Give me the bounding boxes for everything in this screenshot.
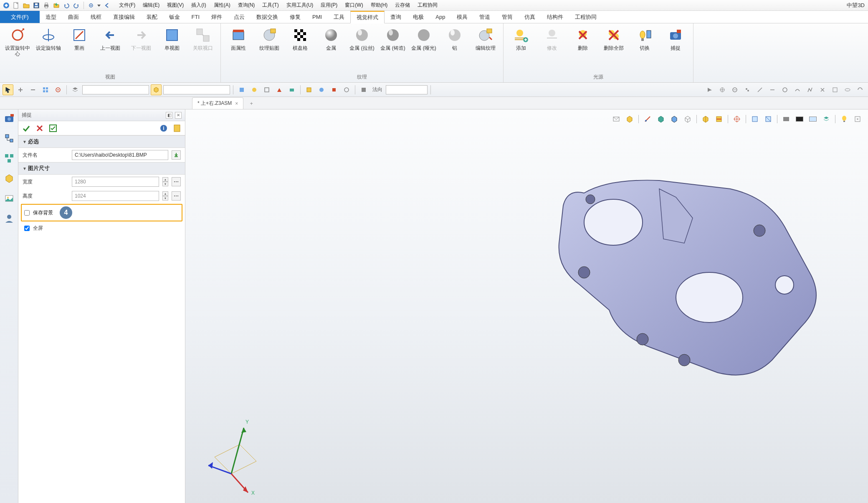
sketch-tool-icon[interactable] [792, 84, 803, 95]
sketch-tool-icon[interactable] [817, 84, 828, 95]
save-bg-checkbox[interactable] [24, 210, 30, 216]
ribbon-tab[interactable]: PMI [306, 11, 328, 23]
dropdown-icon[interactable] [96, 1, 101, 10]
sketch-tool-icon[interactable] [754, 84, 765, 95]
filename-input[interactable] [72, 150, 168, 160]
expand-icon[interactable] [172, 123, 182, 134]
tool-icon[interactable] [358, 84, 369, 95]
sidebar-capture-icon[interactable] [3, 112, 15, 124]
menu-util[interactable]: 实用工具(U) [283, 0, 317, 10]
metal-button[interactable]: 金属 [316, 25, 346, 73]
ribbon-tab[interactable]: App [430, 11, 451, 23]
vp-cube-icon[interactable] [669, 114, 680, 124]
tool-icon[interactable] [286, 84, 297, 95]
width-input[interactable] [72, 177, 159, 187]
menu-file[interactable]: 文件(F) [116, 0, 139, 10]
sidebar-assembly-icon[interactable] [3, 152, 15, 165]
tool-icon[interactable] [329, 84, 339, 95]
vp-cube-icon[interactable] [655, 114, 666, 124]
menu-query[interactable]: 查询(N) [235, 0, 258, 10]
new-icon[interactable] [12, 1, 21, 10]
set-rotation-axis-button[interactable]: 设定旋转轴 [33, 25, 63, 73]
tool-icon[interactable] [274, 84, 285, 95]
vp-layers-icon[interactable] [821, 114, 832, 124]
sidebar-image-icon[interactable] [3, 192, 15, 205]
vp-cube-icon[interactable] [700, 114, 711, 124]
sidebar-part-icon[interactable] [3, 172, 15, 185]
sidebar-user-icon[interactable] [3, 212, 15, 225]
light-modify-button[interactable]: 修改 [537, 25, 567, 73]
close-icon[interactable]: × [235, 101, 238, 107]
width-extra-icon[interactable]: ⋯ [172, 177, 181, 186]
cube-icon[interactable] [151, 84, 162, 95]
back-arrow-icon[interactable] [102, 1, 111, 10]
menu-edit[interactable]: 编辑(E) [139, 0, 163, 10]
menu-window[interactable]: 窗口(W) [342, 0, 366, 10]
height-input[interactable] [72, 191, 159, 201]
light-add-button[interactable]: 添加 [506, 25, 536, 73]
vp-bulb-icon[interactable] [839, 114, 850, 124]
ribbon-tab[interactable]: 工具 [328, 11, 350, 23]
ribbon-tab[interactable]: 数据交换 [251, 11, 284, 23]
import-icon[interactable] [52, 1, 61, 10]
ribbon-tab[interactable]: 模具 [451, 11, 473, 23]
ribbon-tab[interactable]: 焊件 [205, 11, 228, 23]
face-attr-button[interactable]: 面属性 [223, 25, 253, 73]
redo-icon[interactable] [72, 1, 81, 10]
ribbon-tab[interactable]: 查询 [385, 11, 407, 23]
vp-plane-icon[interactable] [749, 114, 760, 124]
menu-help[interactable]: 帮助(H) [367, 0, 391, 10]
browse-icon[interactable] [172, 150, 181, 160]
menu-insert[interactable]: 插入(I) [188, 0, 209, 10]
vp-tool-icon[interactable] [611, 114, 622, 124]
height-spinner[interactable]: ▲▼ [162, 191, 168, 201]
ribbon-tab[interactable]: 钣金 [163, 11, 186, 23]
menu-attr[interactable]: 属性(A) [210, 0, 234, 10]
sketch-tool-icon[interactable] [830, 84, 840, 95]
vp-expand-icon[interactable] [852, 114, 863, 124]
metal-brushed-button[interactable]: 金属 (拉丝) [347, 25, 377, 73]
ribbon-tab[interactable]: 曲面 [62, 11, 85, 23]
vp-color-icon[interactable] [807, 114, 818, 124]
light-delete-all-button[interactable]: 删除全部 [599, 25, 629, 73]
filter-combo[interactable] [163, 85, 230, 94]
panel-close-icon[interactable]: ✕ [175, 112, 182, 119]
menu-tools[interactable]: 工具(T) [259, 0, 282, 10]
edit-texture-button[interactable]: 编辑纹理 [471, 25, 501, 73]
tool-icon[interactable] [249, 84, 260, 95]
tool-icon[interactable] [261, 84, 272, 95]
next-view-button[interactable]: 下一视图 [126, 25, 156, 73]
undo-icon[interactable] [62, 1, 71, 10]
cursor-icon[interactable] [3, 84, 13, 95]
layers-icon[interactable] [70, 84, 81, 95]
tool-icon[interactable] [304, 84, 314, 95]
light-delete-button[interactable]: 删除 [568, 25, 598, 73]
document-tab[interactable]: * 上+右.Z3ASM × [192, 97, 243, 109]
menu-cloud[interactable]: 云存储 [392, 0, 413, 10]
sketch-tool-icon[interactable] [742, 84, 753, 95]
single-view-button[interactable]: 单视图 [157, 25, 187, 73]
sketch-tool-icon[interactable] [729, 84, 740, 95]
prev-view-button[interactable]: 上一视图 [95, 25, 125, 73]
ribbon-tab[interactable]: 管道 [473, 11, 496, 23]
sketch-tool-icon[interactable] [855, 84, 865, 95]
vp-shade-icon[interactable] [781, 114, 792, 124]
sketch-tool-icon[interactable] [805, 84, 815, 95]
tool-icon[interactable] [341, 84, 352, 95]
ribbon-tab[interactable]: 电极 [407, 11, 430, 23]
vp-plane-icon[interactable] [763, 114, 774, 124]
ribbon-tab[interactable]: 工程协同 [569, 11, 602, 23]
ribbon-tab[interactable]: 修复 [284, 11, 306, 23]
ribbon-tab[interactable]: 结构件 [541, 11, 569, 23]
tool-icon[interactable] [316, 84, 327, 95]
ribbon-tab-active[interactable]: 视觉样式 [350, 11, 385, 23]
ribbon-tab-file[interactable]: 文件(F) [0, 11, 40, 23]
ribbon-tab[interactable]: 线框 [85, 11, 107, 23]
ribbon-tab[interactable]: 直接编辑 [107, 11, 141, 23]
metal-cast-button[interactable]: 金属 (铸造) [378, 25, 408, 73]
sketch-tool-icon[interactable] [767, 84, 778, 95]
plus-icon[interactable] [15, 84, 26, 95]
ok-icon[interactable] [21, 123, 32, 134]
gear-icon[interactable] [86, 1, 96, 10]
metal-matte-button[interactable]: 金属 (哑光) [409, 25, 439, 73]
